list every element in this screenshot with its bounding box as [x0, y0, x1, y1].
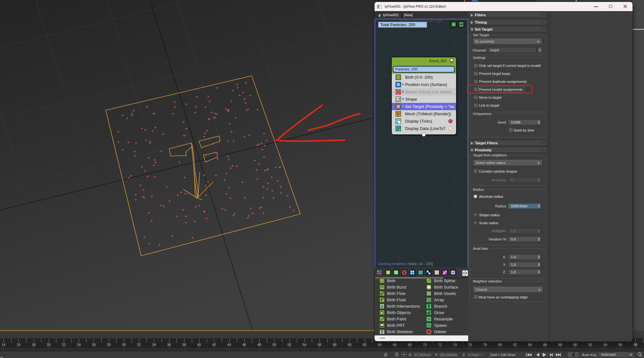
svg-text:PRT: PRT — [380, 326, 384, 328]
